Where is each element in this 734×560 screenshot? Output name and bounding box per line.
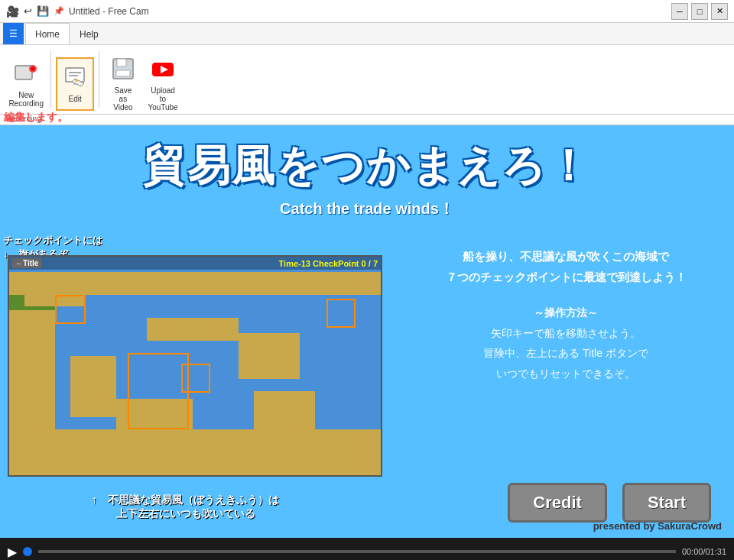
new-recording-label: NewRecording xyxy=(8,91,44,108)
land-top xyxy=(9,272,381,295)
new-recording-button[interactable]: NewRecording xyxy=(6,57,46,111)
separator-1 xyxy=(50,51,51,108)
minimize-button[interactable]: ─ xyxy=(671,3,688,20)
title-bar: 🎥 ↩ 💾 📌 Untitled - Free Cam ─ □ ✕ xyxy=(0,0,734,23)
upload-youtube-button[interactable]: Upload toYouTube xyxy=(144,57,182,111)
tab-home[interactable]: Home xyxy=(25,23,70,44)
ribbon: ☰ Home Help NewRecording xyxy=(0,23,734,125)
edit-icon xyxy=(63,65,87,93)
ribbon-content: NewRecording Edit xyxy=(0,45,734,114)
edit-label: Edit xyxy=(69,95,82,103)
window-title: Untitled - Free Cam xyxy=(69,6,149,17)
start-button[interactable]: Start xyxy=(622,483,711,523)
new-recording-icon xyxy=(14,61,38,89)
land-bottom xyxy=(9,429,381,475)
orange-rect-4 xyxy=(128,353,189,429)
map-area: ←Title Time-13 CheckPoint 0 / 7 xyxy=(8,255,382,477)
upload-youtube-icon xyxy=(151,57,175,85)
separator-2 xyxy=(99,51,99,108)
game-description: 船を操り、不思議な風が吹くこの海域で ７つのチェックポイントに最速で到達しよう！ xyxy=(405,246,726,287)
pin-icon[interactable]: 📌 xyxy=(54,6,64,16)
app-menu-button[interactable]: ☰ xyxy=(3,23,24,44)
edit-annotation: 編集します。 xyxy=(4,111,68,125)
menu-icon: ☰ xyxy=(9,28,18,39)
credit-button[interactable]: Credit xyxy=(508,483,607,523)
time-display: 00:00/01:31 xyxy=(682,547,726,556)
svg-rect-10 xyxy=(117,59,126,66)
game-title-en: Catch the trade winds！ xyxy=(0,196,734,225)
time-indicator[interactable] xyxy=(23,547,32,556)
game-controls-info: ～操作方法～ 矢印キーで船を移動させよう。 冒険中、左上にある Title ボタ… xyxy=(405,303,726,384)
game-buttons: Credit Start xyxy=(508,483,711,523)
tab-help[interactable]: Help xyxy=(70,23,109,44)
land-7 xyxy=(70,356,116,417)
game-title-jp: 貿易風をつかまえろ！ xyxy=(0,125,734,196)
close-button[interactable]: ✕ xyxy=(711,3,728,20)
save-icon[interactable]: 💾 xyxy=(37,5,49,17)
player-bar: ▶ 00:00/01:31 xyxy=(0,538,734,560)
svg-point-2 xyxy=(31,66,35,70)
app-icon: 🎥 xyxy=(6,5,19,18)
svg-point-12 xyxy=(126,60,129,63)
upload-youtube-label: Upload toYouTube xyxy=(148,86,177,112)
recording-group-label: Recording xyxy=(0,114,734,125)
presented-by: presented by SakuraCrowd xyxy=(593,520,722,532)
map-hud: ←Title Time-13 CheckPoint 0 / 7 xyxy=(9,257,381,270)
right-panel: 船を操り、不思議な風が吹くこの海域で ７つのチェックポイントに最速で到達しよう！… xyxy=(398,238,734,391)
play-button[interactable]: ▶ xyxy=(8,545,17,559)
undo-icon[interactable]: ↩ xyxy=(24,5,32,17)
map-hud-title: ←Title xyxy=(12,258,41,268)
land-5 xyxy=(147,318,239,341)
progress-bar[interactable] xyxy=(38,550,676,553)
orange-rect-1 xyxy=(55,295,86,324)
ribbon-tabs: ☰ Home Help xyxy=(0,23,734,45)
window-controls: ─ □ ✕ xyxy=(671,3,728,20)
svg-rect-11 xyxy=(116,70,130,76)
game-screen: 貿易風をつかまえろ！ Catch the trade winds！ チェックポイ… xyxy=(0,125,734,538)
map-hud-timer: Time-13 CheckPoint 0 / 7 xyxy=(279,259,378,268)
edit-button[interactable]: Edit xyxy=(56,57,94,111)
orange-rect-2 xyxy=(326,299,356,328)
bottom-note: ↑ 不思議な貿易風（ぼうえきふう）は 上下左右にいつも吹いている xyxy=(92,494,279,521)
save-as-video-button[interactable]: Save asVideo xyxy=(104,57,142,111)
save-as-video-label: Save asVideo xyxy=(111,86,135,112)
maximize-button[interactable]: □ xyxy=(691,3,708,20)
land-4 xyxy=(254,391,315,429)
land-6 xyxy=(239,333,300,379)
title-bar-left: 🎥 ↩ 💾 📌 Untitled - Free Cam xyxy=(6,5,149,18)
save-as-video-icon xyxy=(111,57,135,85)
